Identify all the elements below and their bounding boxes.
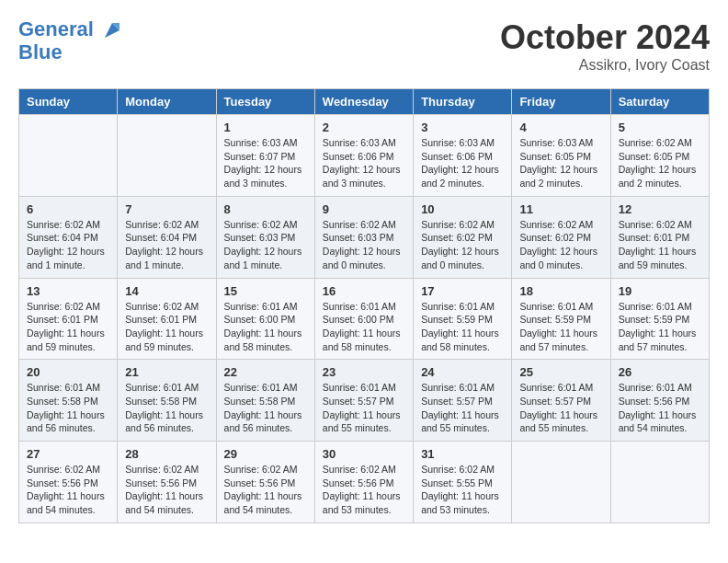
weekday-header-wednesday: Wednesday	[314, 89, 413, 115]
calendar-cell: 13Sunrise: 6:02 AM Sunset: 6:01 PM Dayli…	[19, 278, 118, 360]
month-title: October 2024	[500, 18, 710, 57]
day-number: 6	[27, 202, 109, 216]
day-number: 19	[619, 284, 701, 298]
day-content: Sunrise: 6:02 AM Sunset: 5:56 PM Dayligh…	[224, 463, 307, 517]
day-content: Sunrise: 6:03 AM Sunset: 6:07 PM Dayligh…	[224, 136, 307, 190]
calendar-cell	[512, 442, 610, 523]
day-content: Sunrise: 6:01 AM Sunset: 5:58 PM Dayligh…	[224, 381, 307, 435]
calendar-cell	[610, 442, 709, 523]
day-content: Sunrise: 6:03 AM Sunset: 6:05 PM Dayligh…	[519, 136, 602, 190]
calendar-cell: 12Sunrise: 6:02 AM Sunset: 6:01 PM Dayli…	[610, 196, 709, 278]
weekday-header-friday: Friday	[512, 89, 610, 115]
day-number: 21	[125, 365, 208, 379]
calendar-cell: 20Sunrise: 6:01 AM Sunset: 5:58 PM Dayli…	[19, 360, 118, 442]
calendar-cell: 10Sunrise: 6:02 AM Sunset: 6:02 PM Dayli…	[414, 196, 512, 278]
logo-blue: Blue	[18, 41, 123, 63]
calendar-cell	[118, 115, 216, 197]
day-number: 27	[27, 447, 109, 461]
day-number: 8	[224, 202, 307, 216]
day-number: 9	[323, 202, 405, 216]
day-number: 11	[519, 202, 602, 216]
page-header: General Blue October 2024 Assikro, Ivory…	[18, 18, 710, 74]
calendar-week-row: 1Sunrise: 6:03 AM Sunset: 6:07 PM Daylig…	[19, 115, 710, 197]
calendar-cell	[19, 115, 118, 197]
day-number: 14	[125, 284, 208, 298]
logo: General Blue	[18, 18, 123, 63]
day-content: Sunrise: 6:02 AM Sunset: 5:56 PM Dayligh…	[323, 463, 405, 517]
calendar-cell: 3Sunrise: 6:03 AM Sunset: 6:06 PM Daylig…	[414, 115, 512, 197]
day-number: 20	[27, 365, 109, 379]
day-content: Sunrise: 6:02 AM Sunset: 5:56 PM Dayligh…	[125, 463, 208, 517]
weekday-header-sunday: Sunday	[19, 89, 118, 115]
day-number: 10	[421, 202, 504, 216]
day-content: Sunrise: 6:01 AM Sunset: 5:56 PM Dayligh…	[619, 381, 701, 435]
calendar-week-row: 20Sunrise: 6:01 AM Sunset: 5:58 PM Dayli…	[19, 360, 710, 442]
day-number: 5	[619, 121, 701, 134]
calendar-cell: 31Sunrise: 6:02 AM Sunset: 5:55 PM Dayli…	[414, 442, 512, 523]
calendar-cell: 15Sunrise: 6:01 AM Sunset: 6:00 PM Dayli…	[216, 278, 314, 360]
day-content: Sunrise: 6:02 AM Sunset: 6:01 PM Dayligh…	[125, 300, 208, 354]
day-number: 18	[519, 284, 602, 298]
day-number: 16	[323, 284, 405, 298]
calendar-cell: 4Sunrise: 6:03 AM Sunset: 6:05 PM Daylig…	[512, 115, 610, 197]
day-content: Sunrise: 6:01 AM Sunset: 5:57 PM Dayligh…	[421, 381, 504, 435]
day-number: 3	[421, 121, 504, 134]
day-content: Sunrise: 6:01 AM Sunset: 5:59 PM Dayligh…	[519, 300, 602, 354]
day-content: Sunrise: 6:01 AM Sunset: 5:57 PM Dayligh…	[519, 381, 602, 435]
day-number: 31	[421, 447, 504, 461]
day-content: Sunrise: 6:03 AM Sunset: 6:06 PM Dayligh…	[323, 136, 405, 190]
day-content: Sunrise: 6:02 AM Sunset: 6:02 PM Dayligh…	[519, 218, 602, 272]
day-content: Sunrise: 6:02 AM Sunset: 5:56 PM Dayligh…	[27, 463, 109, 517]
day-number: 22	[224, 365, 307, 379]
weekday-header-saturday: Saturday	[610, 89, 709, 115]
calendar-cell: 17Sunrise: 6:01 AM Sunset: 5:59 PM Dayli…	[414, 278, 512, 360]
calendar-cell: 19Sunrise: 6:01 AM Sunset: 5:59 PM Dayli…	[610, 278, 709, 360]
day-content: Sunrise: 6:01 AM Sunset: 5:59 PM Dayligh…	[619, 300, 701, 354]
day-number: 28	[125, 447, 208, 461]
calendar-cell: 25Sunrise: 6:01 AM Sunset: 5:57 PM Dayli…	[512, 360, 610, 442]
day-content: Sunrise: 6:02 AM Sunset: 6:04 PM Dayligh…	[125, 218, 208, 272]
calendar-cell: 16Sunrise: 6:01 AM Sunset: 6:00 PM Dayli…	[314, 278, 413, 360]
title-block: October 2024 Assikro, Ivory Coast	[500, 18, 710, 74]
day-content: Sunrise: 6:01 AM Sunset: 5:59 PM Dayligh…	[421, 300, 504, 354]
calendar-cell: 14Sunrise: 6:02 AM Sunset: 6:01 PM Dayli…	[118, 278, 216, 360]
calendar-cell: 21Sunrise: 6:01 AM Sunset: 5:58 PM Dayli…	[118, 360, 216, 442]
day-number: 25	[519, 365, 602, 379]
day-number: 29	[224, 447, 307, 461]
day-number: 12	[619, 202, 701, 216]
calendar-cell: 28Sunrise: 6:02 AM Sunset: 5:56 PM Dayli…	[118, 442, 216, 523]
day-content: Sunrise: 6:01 AM Sunset: 6:00 PM Dayligh…	[323, 300, 405, 354]
weekday-header-monday: Monday	[118, 89, 216, 115]
day-number: 30	[323, 447, 405, 461]
day-number: 24	[421, 365, 504, 379]
calendar-week-row: 27Sunrise: 6:02 AM Sunset: 5:56 PM Dayli…	[19, 442, 710, 523]
calendar-cell: 23Sunrise: 6:01 AM Sunset: 5:57 PM Dayli…	[314, 360, 413, 442]
calendar-cell: 7Sunrise: 6:02 AM Sunset: 6:04 PM Daylig…	[118, 196, 216, 278]
day-number: 13	[27, 284, 109, 298]
day-number: 2	[323, 121, 405, 134]
day-content: Sunrise: 6:01 AM Sunset: 6:00 PM Dayligh…	[224, 300, 307, 354]
day-number: 15	[224, 284, 307, 298]
calendar-cell: 11Sunrise: 6:02 AM Sunset: 6:02 PM Dayli…	[512, 196, 610, 278]
day-content: Sunrise: 6:02 AM Sunset: 5:55 PM Dayligh…	[421, 463, 504, 517]
calendar-cell: 18Sunrise: 6:01 AM Sunset: 5:59 PM Dayli…	[512, 278, 610, 360]
day-content: Sunrise: 6:01 AM Sunset: 5:58 PM Dayligh…	[125, 381, 208, 435]
day-content: Sunrise: 6:02 AM Sunset: 6:04 PM Dayligh…	[27, 218, 109, 272]
calendar-table: SundayMondayTuesdayWednesdayThursdayFrid…	[18, 88, 710, 523]
location: Assikro, Ivory Coast	[500, 57, 710, 74]
weekday-header-tuesday: Tuesday	[216, 89, 314, 115]
calendar-cell: 22Sunrise: 6:01 AM Sunset: 5:58 PM Dayli…	[216, 360, 314, 442]
calendar-cell: 5Sunrise: 6:02 AM Sunset: 6:05 PM Daylig…	[610, 115, 709, 197]
calendar-cell: 24Sunrise: 6:01 AM Sunset: 5:57 PM Dayli…	[414, 360, 512, 442]
calendar-week-row: 13Sunrise: 6:02 AM Sunset: 6:01 PM Dayli…	[19, 278, 710, 360]
calendar-cell: 27Sunrise: 6:02 AM Sunset: 5:56 PM Dayli…	[19, 442, 118, 523]
day-number: 1	[224, 121, 307, 134]
day-content: Sunrise: 6:02 AM Sunset: 6:01 PM Dayligh…	[619, 218, 701, 272]
calendar-cell: 29Sunrise: 6:02 AM Sunset: 5:56 PM Dayli…	[216, 442, 314, 523]
day-content: Sunrise: 6:02 AM Sunset: 6:02 PM Dayligh…	[421, 218, 504, 272]
calendar-header-row: SundayMondayTuesdayWednesdayThursdayFrid…	[19, 89, 710, 115]
day-content: Sunrise: 6:01 AM Sunset: 5:58 PM Dayligh…	[27, 381, 109, 435]
calendar-cell: 9Sunrise: 6:02 AM Sunset: 6:03 PM Daylig…	[314, 196, 413, 278]
day-number: 4	[519, 121, 602, 134]
logo-text: General	[18, 18, 123, 41]
